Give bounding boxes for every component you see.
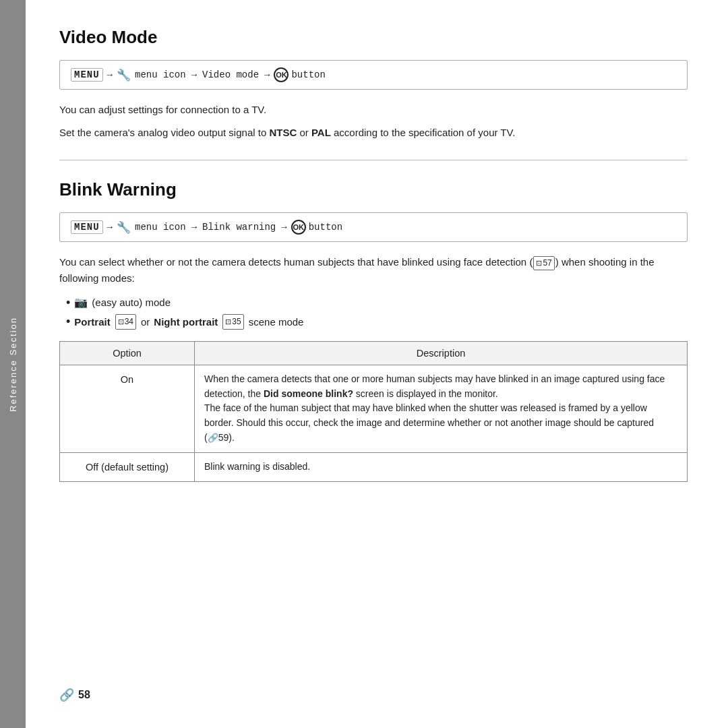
sidebar-label: Reference Section bbox=[8, 317, 18, 412]
table-row: Off (default setting) Blink warning is d… bbox=[60, 452, 688, 481]
footer-page: 58 bbox=[78, 689, 90, 701]
bullet2-after: scene mode bbox=[249, 313, 304, 331]
video-mode-arrow3: → bbox=[264, 69, 270, 80]
blink-warning-nav-text1: menu icon bbox=[135, 222, 186, 233]
bullet2-bold2: Night portrait bbox=[154, 313, 218, 331]
video-mode-button-label: button bbox=[291, 69, 325, 80]
easy-auto-camera-icon: 📷 bbox=[74, 293, 88, 311]
blink-warning-desc1: You can select whether or not the camera… bbox=[59, 254, 688, 286]
footer-link-icon: 🔗 bbox=[59, 688, 74, 702]
video-mode-desc1: You can adjust settings for connection t… bbox=[59, 102, 688, 118]
bullet2-bold1: Portrait bbox=[74, 313, 110, 331]
bullet-easy-auto: • 📷 (easy auto) mode bbox=[66, 293, 688, 311]
blink-warning-menu-keyword: MENU bbox=[71, 220, 103, 234]
blink-warning-section: Blink Warning MENU → 🔧 menu icon → Blink… bbox=[59, 179, 688, 482]
desc-on: When the camera detects that one or more… bbox=[195, 365, 688, 452]
blink-warning-bullets: • 📷 (easy auto) mode • Portrait ⊡34 or N… bbox=[66, 293, 688, 330]
video-mode-nav-text2: Video mode bbox=[202, 69, 259, 80]
blink-warning-nav-box: MENU → 🔧 menu icon → Blink warning → OK … bbox=[59, 212, 688, 242]
sidebar-tab: Reference Section bbox=[0, 0, 26, 728]
link-icon-59: 🔗 bbox=[208, 433, 218, 443]
main-content: Video Mode MENU → 🔧 menu icon → Video mo… bbox=[26, 0, 728, 728]
bullet2-ref1: ⊡34 bbox=[115, 314, 136, 329]
video-mode-arrow1: → bbox=[107, 69, 113, 80]
blink-warning-button-label: button bbox=[309, 222, 342, 233]
video-mode-ntsc: NTSC bbox=[269, 127, 297, 138]
video-mode-ok-icon: OK bbox=[274, 67, 289, 82]
bullet2-or: or bbox=[141, 313, 150, 331]
blink-warning-arrow1: → bbox=[107, 222, 113, 233]
blink-desc1-before: You can select whether or not the camera… bbox=[59, 256, 533, 268]
blink-desc1-pageref: ⊡57 bbox=[533, 256, 554, 270]
did-someone-blink-text: Did someone blink? bbox=[264, 388, 353, 399]
video-mode-settings-icon: 🔧 bbox=[117, 68, 131, 82]
option-off: Off (default setting) bbox=[60, 452, 195, 481]
video-mode-desc2-after: according to the specification of your T… bbox=[331, 127, 516, 138]
bullet2-ref2: ⊡35 bbox=[222, 314, 243, 329]
blink-warning-title: Blink Warning bbox=[59, 179, 688, 200]
video-mode-nav-text1: menu icon bbox=[135, 69, 186, 80]
col-option: Option bbox=[60, 342, 195, 365]
desc-off: Blink warning is disabled. bbox=[195, 452, 688, 481]
video-mode-desc2-before: Set the camera's analog video output sig… bbox=[59, 127, 269, 138]
video-mode-pal: PAL bbox=[311, 127, 331, 138]
blink-warning-nav-text2: Blink warning bbox=[202, 222, 276, 233]
col-description: Description bbox=[195, 342, 688, 365]
video-mode-or: or bbox=[297, 127, 311, 138]
video-mode-section: Video Mode MENU → 🔧 menu icon → Video mo… bbox=[59, 27, 688, 141]
video-mode-nav-box: MENU → 🔧 menu icon → Video mode → OK but… bbox=[59, 60, 688, 90]
footer: 🔗58 bbox=[59, 688, 90, 702]
blink-warning-settings-icon: 🔧 bbox=[117, 220, 131, 235]
bullet-portrait: • Portrait ⊡34 or Night portrait ⊡35 sce… bbox=[66, 313, 688, 331]
blink-warning-table: Option Description On When the camera de… bbox=[59, 341, 688, 482]
blink-warning-ok-icon: OK bbox=[291, 220, 306, 235]
video-mode-desc2: Set the camera's analog video output sig… bbox=[59, 125, 688, 141]
blink-warning-arrow3: → bbox=[281, 222, 286, 233]
video-mode-title: Video Mode bbox=[59, 27, 688, 48]
option-on: On bbox=[60, 365, 195, 452]
table-header-row: Option Description bbox=[60, 342, 688, 365]
section-divider bbox=[59, 160, 688, 160]
blink-warning-arrow2: → bbox=[191, 222, 197, 233]
video-mode-menu-keyword: MENU bbox=[71, 68, 103, 82]
table-row: On When the camera detects that one or m… bbox=[60, 365, 688, 452]
video-mode-arrow2: → bbox=[191, 69, 197, 80]
bullet1-text: (easy auto) mode bbox=[92, 294, 171, 311]
